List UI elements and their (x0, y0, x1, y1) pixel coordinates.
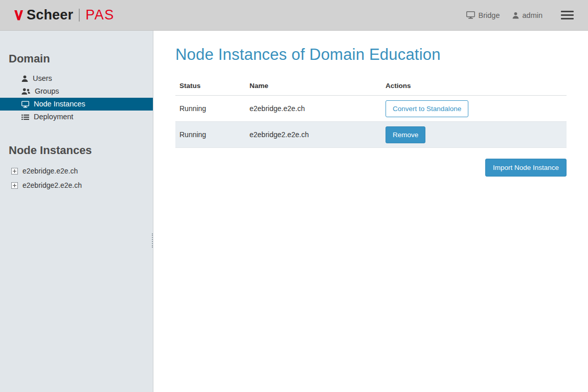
column-header-status: Status (175, 78, 245, 96)
page-title: Node Instances of Domain Education (175, 46, 567, 64)
actions-cell: Remove (381, 122, 567, 148)
expand-plus-icon[interactable] (11, 168, 18, 175)
sidebar-item-label: Deployment (34, 113, 73, 121)
sidebar-item-deployment[interactable]: Deployment (0, 111, 153, 123)
name-cell: e2ebridge.e2e.ch (245, 96, 381, 122)
tree-item-label: e2ebridge2.e2e.ch (22, 181, 82, 189)
convert-to-standalone-button[interactable]: Convert to Standalone (386, 100, 468, 117)
import-row: Import Node Instance (175, 159, 567, 177)
column-header-actions: Actions (381, 78, 567, 96)
sidebar-domain-heading: Domain (0, 31, 153, 72)
sidebar-item-label: Users (33, 74, 52, 83)
sidebar-item-label: Node Instances (34, 100, 85, 108)
logo-product-text: PAS (85, 7, 115, 23)
sidebar-item-label: Groups (35, 87, 59, 96)
actions-cell: Convert to Standalone (381, 96, 567, 122)
expand-plus-icon[interactable] (11, 182, 18, 189)
table-header-row: Status Name Actions (175, 78, 567, 96)
bridge-link[interactable]: Bridge (466, 11, 500, 19)
tree-item-node-1[interactable]: e2ebridge.e2e.ch (0, 164, 153, 178)
name-cell: e2ebridge2.e2e.ch (245, 122, 381, 148)
column-header-name: Name (245, 78, 381, 96)
main-content: Node Instances of Domain Education Statu… (153, 31, 588, 392)
users-group-icon (21, 88, 30, 95)
user-label: admin (523, 11, 543, 19)
status-cell: Running (175, 122, 245, 148)
node-instances-tree: e2ebridge.e2e.ch e2ebridge2.e2e.ch (0, 164, 153, 192)
import-node-instance-button[interactable]: Import Node Instance (485, 159, 567, 177)
sidebar-domain-nav: Users Groups (0, 72, 153, 123)
monitor-icon (466, 11, 475, 19)
sidebar-item-node-instances[interactable]: Node Instances (0, 98, 153, 111)
top-header: Scheer PAS Bridge admin (0, 0, 588, 31)
sidebar-item-users[interactable]: Users (0, 72, 153, 85)
sidebar-item-groups[interactable]: Groups (0, 85, 153, 98)
app-root: Scheer PAS Bridge admin (0, 0, 588, 392)
logo-divider (79, 9, 80, 21)
bridge-label: Bridge (479, 11, 500, 19)
deployment-list-icon (21, 114, 29, 120)
sidebar-nodes-heading: Node Instances (0, 123, 153, 164)
user-menu[interactable]: admin (512, 11, 543, 19)
sidebar: Domain Users Groups (0, 31, 153, 392)
monitor-icon (21, 101, 29, 108)
sidebar-resize-handle[interactable] (152, 233, 154, 248)
user-icon (21, 75, 28, 82)
user-icon (512, 12, 519, 19)
node-instances-table: Status Name Actions Running e2ebridge.e2… (175, 78, 567, 148)
content-row: Domain Users Groups (0, 31, 588, 392)
remove-button[interactable]: Remove (386, 126, 425, 143)
status-cell: Running (175, 96, 245, 122)
tree-item-label: e2ebridge.e2e.ch (22, 167, 78, 175)
tree-item-node-2[interactable]: e2ebridge2.e2e.ch (0, 178, 153, 192)
scheer-logo-mark (14, 10, 23, 20)
scheer-pas-logo[interactable]: Scheer PAS (14, 7, 115, 23)
logo-brand-text: Scheer (27, 7, 73, 23)
hamburger-menu-icon[interactable] (560, 6, 575, 24)
table-row: Running e2ebridge2.e2e.ch Remove (175, 122, 567, 148)
table-row: Running e2ebridge.e2e.ch Convert to Stan… (175, 96, 567, 122)
header-right: Bridge admin (466, 6, 575, 24)
